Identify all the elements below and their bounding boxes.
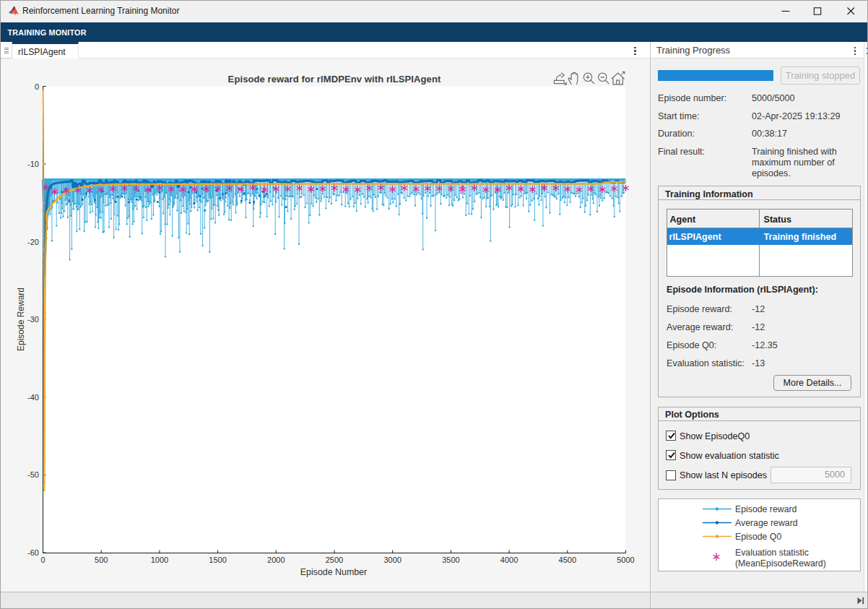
svg-text:Episode reward for rlMDPEnv wi: Episode reward for rlMDPEnv with rILSPIA… [228,74,441,85]
svg-text:1500: 1500 [209,556,226,564]
svg-text:500: 500 [95,556,108,564]
svg-text:-10: -10 [27,160,39,168]
svg-text:0: 0 [35,82,39,91]
svg-text:-20: -20 [27,238,39,246]
svg-text:-50: -50 [27,470,39,479]
svg-text:4000: 4000 [500,556,518,564]
svg-text:-40: -40 [27,393,39,402]
svg-text:5000: 5000 [617,556,634,564]
svg-text:2500: 2500 [326,556,343,564]
svg-text:-60: -60 [27,548,39,557]
svg-text:3000: 3000 [383,556,401,564]
svg-text:1000: 1000 [151,556,168,564]
svg-text:3500: 3500 [442,556,459,564]
svg-text:2000: 2000 [267,556,285,564]
svg-text:4500: 4500 [559,556,576,564]
svg-text:-30: -30 [27,315,39,324]
svg-text:0: 0 [40,556,45,564]
svg-text:Episode Number: Episode Number [300,567,367,577]
svg-text:Episode Reward: Episode Reward [16,288,26,351]
